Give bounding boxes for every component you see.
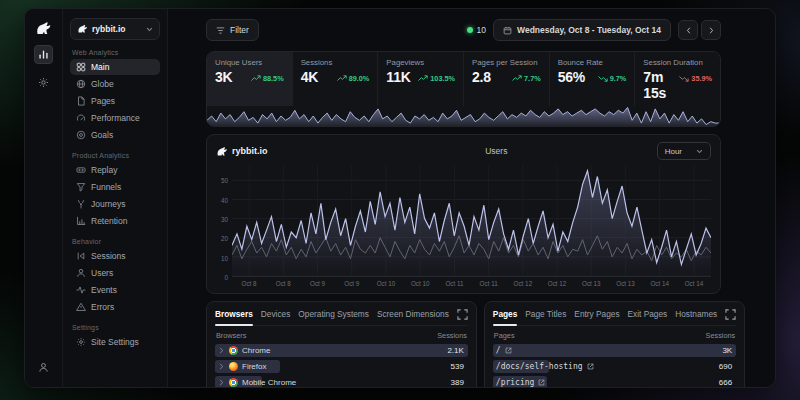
warning-triangle-icon [76,302,86,312]
stat-pageviews[interactable]: Pageviews 11K 103.5% [378,52,464,106]
stat-value: 11K [386,69,410,85]
chevron-right-icon[interactable] [218,379,225,386]
rybbit-logo-icon[interactable] [35,21,52,36]
sidebar-item-goals[interactable]: Goals [70,127,160,143]
stat-pages-per-session[interactable]: Pages per Session 2.8 7.7% [464,52,550,106]
site-selector[interactable]: rybbit.io [70,18,160,40]
replay-icon [76,165,86,175]
row-label: Firefox [242,362,266,371]
external-link-icon[interactable] [538,379,545,386]
topbar: Filter 10 Wednesday, Oct 8 - Tuesday, Oc… [206,19,721,41]
sidebar-item-journeys[interactable]: Journeys [70,196,160,212]
section-label-settings: Settings [72,324,158,331]
retention-chart-icon [76,216,86,226]
browsers-column-headers: Browsers Sessions [216,331,467,340]
tab-hostnames[interactable]: Hostnames [675,309,717,320]
stat-session-duration[interactable]: Session Duration 7m 15s 35.9% [635,52,720,106]
sidebar-item-events[interactable]: Events [70,282,160,298]
stat-value: 7m 15s [643,69,679,101]
tab-exit-pages[interactable]: Exit Pages [628,309,668,320]
tab-operating-systems[interactable]: Operating Systems [298,309,369,320]
sidebar-item-sessions[interactable]: Sessions [70,248,160,264]
external-link-icon[interactable] [587,363,594,370]
rewind-icon [76,251,86,261]
x-axis-tick-label: Oct 8 [266,280,300,287]
external-link-icon[interactable] [505,347,512,354]
page-row-docs-self-hosting[interactable]: /docs/self-hosting 690 [493,360,736,373]
chart-plot-area[interactable] [232,165,711,277]
browser-row-mobile-chrome[interactable]: Mobile Chrome 389 [215,376,468,388]
tab-devices[interactable]: Devices [261,309,291,320]
page-row-pricing[interactable]: /pricing 666 [493,376,736,388]
prev-period-button[interactable] [678,20,698,40]
date-range-button[interactable]: Wednesday, Oct 8 - Tuesday, Oct 14 [493,19,671,41]
tab-pages[interactable]: Pages [493,309,517,320]
stats-sparkline [207,106,720,126]
filter-button[interactable]: Filter [206,19,259,41]
stat-unique-users[interactable]: Unique Users 3K 88.5% [207,52,293,106]
row-label: Mobile Chrome [242,378,296,387]
chart-title: Users [336,146,657,156]
sidebar-item-site-settings[interactable]: Site Settings [70,334,160,350]
tab-browsers[interactable]: Browsers [215,309,253,320]
funnel-icon [76,182,86,192]
chrome-icon [229,378,238,387]
fork-icon [76,199,86,209]
trend-up-icon [337,75,347,82]
stat-label: Pageviews [386,58,455,67]
column-value: Sessions [437,331,467,340]
sidebar-item-globe[interactable]: Globe [70,76,160,92]
sidebar-item-funnels[interactable]: Funnels [70,179,160,195]
rail-analytics-button[interactable] [34,45,53,64]
sidebar-item-label: Main [91,62,109,72]
x-axis-tick-label: Oct 12 [540,280,574,287]
chevron-right-icon[interactable] [218,363,225,370]
row-value: 3K [722,346,732,355]
tab-page-titles[interactable]: Page Titles [525,309,566,320]
rail-settings-button[interactable] [34,73,53,92]
main-content: Filter 10 Wednesday, Oct 8 - Tuesday, Oc… [168,9,775,387]
live-dot-icon [467,27,473,33]
app-window: rybbit.io Web Analytics Main Globe Pages… [24,8,776,388]
sidebar-item-replay[interactable]: Replay [70,162,160,178]
pages-column-headers: Pages Sessions [494,331,735,340]
date-range-label: Wednesday, Oct 8 - Tuesday, Oct 14 [517,25,661,35]
sidebar-item-errors[interactable]: Errors [70,299,160,315]
sidebar-item-retention[interactable]: Retention [70,213,160,229]
page-row-root[interactable]: / 3K [493,344,736,357]
sidebar-item-pages[interactable]: Pages [70,93,160,109]
browsers-panel: Browsers Devices Operating Systems Scree… [206,301,477,388]
rail-account-button[interactable] [34,358,53,377]
x-axis-labels: Oct 8Oct 8Oct 9Oct 9Oct 10Oct 10Oct 11Oc… [232,280,711,287]
stat-bounce-rate[interactable]: Bounce Rate 56% 9.7% [550,52,636,106]
stats-card: Unique Users 3K 88.5% Sessions 4K 89.0% … [206,51,721,127]
stat-change: 9.7% [598,74,627,83]
browsers-tabs: Browsers Devices Operating Systems Scree… [215,309,468,326]
y-axis-labels: 01020304050 [216,165,232,277]
users-line-chart [232,165,711,276]
date-nav [678,20,721,40]
browser-row-firefox[interactable]: Firefox 539 [215,360,468,373]
tab-entry-pages[interactable]: Entry Pages [574,309,619,320]
y-axis-tick-label: 50 [221,177,228,184]
chevron-right-icon [708,27,715,34]
browser-row-chrome[interactable]: Chrome 2.1K [215,344,468,357]
row-label: Chrome [242,346,270,355]
tab-screen-dimensions[interactable]: Screen Dimensions [377,309,449,320]
stats-row: Unique Users 3K 88.5% Sessions 4K 89.0% … [207,52,720,106]
next-period-button[interactable] [701,20,721,40]
interval-select[interactable]: Hour [657,142,711,160]
stat-sessions[interactable]: Sessions 4K 89.0% [293,52,379,106]
sidebar-item-users[interactable]: Users [70,265,160,281]
y-axis-tick-label: 40 [221,196,228,203]
pages-tabs: Pages Page Titles Entry Pages Exit Pages… [493,309,736,326]
expand-icon[interactable] [725,309,736,320]
expand-icon[interactable] [457,309,468,320]
sidebar-item-performance[interactable]: Performance [70,110,160,126]
sidebar-item-main[interactable]: Main [70,59,160,75]
chevron-right-icon[interactable] [218,347,225,354]
stat-change: 7.7% [512,74,541,83]
sidebar-item-label: Funnels [91,182,121,192]
gear-icon [38,77,49,88]
chart-site: rybbit.io [216,146,336,157]
